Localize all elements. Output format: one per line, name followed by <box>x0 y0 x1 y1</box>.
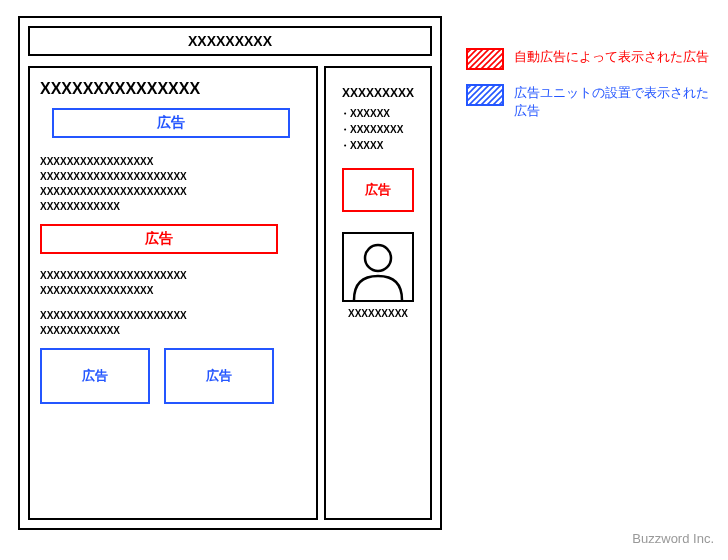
legend-item-auto: 自動広告によって表示された広告 <box>466 48 714 70</box>
svg-rect-1 <box>467 49 503 69</box>
page-header: XXXXXXXXX <box>28 26 432 56</box>
list-item: ・XXXXX <box>340 138 420 154</box>
legend-label: 広告ユニットの設置で表示された広告 <box>514 84 714 120</box>
ad-slot-sidebar: 広告 <box>342 168 414 212</box>
hatch-swatch-blue <box>466 84 504 106</box>
avatar-label: XXXXXXXXX <box>336 308 420 319</box>
sidebar-list: ・XXXXXX ・XXXXXXXX ・XXXXX <box>336 106 420 154</box>
page-wireframe: XXXXXXXXX XXXXXXXXXXXXXXX 広告 XXXXXXXXXXX… <box>18 16 442 530</box>
list-item: ・XXXXXXXX <box>340 122 420 138</box>
ad-row-bottom: 広告 広告 <box>40 348 306 404</box>
avatar-icon <box>342 232 414 302</box>
ad-slot-bottom-right: 広告 <box>164 348 274 404</box>
brand-footer: Buzzword Inc. <box>632 531 714 546</box>
legend-item-unit: 広告ユニットの設置で表示された広告 <box>466 84 714 120</box>
main-column: XXXXXXXXXXXXXXX 広告 XXXXXXXXXXXXXXXXX XXX… <box>28 66 318 520</box>
header-title: XXXXXXXXX <box>188 33 272 49</box>
list-item: ・XXXXXX <box>340 106 420 122</box>
ad-slot-bottom-left: 広告 <box>40 348 150 404</box>
legend-label: 自動広告によって表示された広告 <box>514 48 709 70</box>
hatch-swatch-red <box>466 48 504 70</box>
ad-slot-auto-middle: 広告 <box>40 224 278 254</box>
legend: 自動広告によって表示された広告 広告ユニットの設置で表示された広告 <box>466 48 714 134</box>
sidebar-column: XXXXXXXXX ・XXXXXX ・XXXXXXXX ・XXXXX 広告 XX… <box>324 66 432 520</box>
svg-rect-2 <box>467 85 503 105</box>
paragraph: XXXXXXXXXXXXXXXXXXXXXX XXXXXXXXXXXX <box>40 308 306 338</box>
svg-point-0 <box>365 245 391 271</box>
paragraph: XXXXXXXXXXXXXXXXXXXXXX XXXXXXXXXXXXXXXXX <box>40 268 306 298</box>
sidebar-heading: XXXXXXXXX <box>336 86 420 100</box>
ad-slot-top: 広告 <box>52 108 290 138</box>
article-heading: XXXXXXXXXXXXXXX <box>40 80 306 98</box>
paragraph: XXXXXXXXXXXXXXXXX XXXXXXXXXXXXXXXXXXXXXX… <box>40 154 306 214</box>
